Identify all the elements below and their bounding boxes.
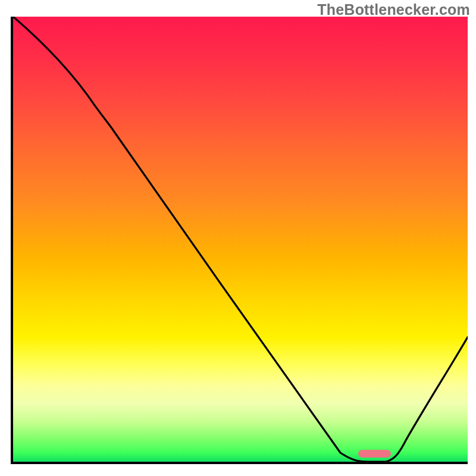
- bottleneck-curve: [13, 17, 468, 462]
- plot-area: [11, 17, 468, 464]
- watermark-text: TheBottlenecker.com: [317, 1, 470, 18]
- chart-frame: TheBottlenecker.com: [0, 0, 476, 476]
- bottleneck-curve-svg: [13, 17, 468, 462]
